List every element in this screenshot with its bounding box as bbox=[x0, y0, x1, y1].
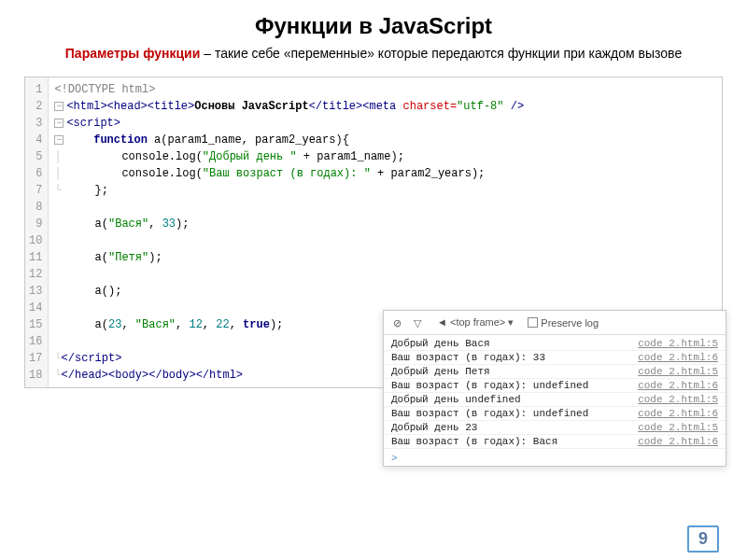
page-title: Функции в JavaScript bbox=[0, 0, 747, 43]
clear-icon[interactable]: ⊘ bbox=[391, 317, 402, 329]
console-source-link[interactable]: code 2.html:6 bbox=[638, 436, 718, 447]
line-number: 16 bbox=[29, 333, 42, 350]
line-number: 1 bbox=[29, 81, 42, 98]
code-line: <!DOCTYPE html> bbox=[54, 81, 716, 98]
console-source-link[interactable]: code 2.html:5 bbox=[638, 366, 718, 377]
console-message: Ваш возраст (в годах): undefined bbox=[391, 380, 588, 391]
console-message: Добрый день Вася bbox=[391, 338, 490, 349]
console-row: Ваш возраст (в годах): undefinedcode 2.h… bbox=[384, 407, 726, 421]
line-number: 6 bbox=[29, 165, 42, 182]
frame-selector[interactable]: ◄ <top frame> ▾ bbox=[432, 315, 518, 330]
console-row: Добрый день Петяcode 2.html:5 bbox=[384, 365, 726, 379]
line-number: 18 bbox=[29, 367, 42, 384]
console-message: Ваш возраст (в годах): undefined bbox=[391, 408, 588, 419]
preserve-log[interactable]: Preserve log bbox=[528, 317, 599, 329]
line-number: 15 bbox=[29, 316, 42, 333]
devtools-console: ⊘ ▽ ◄ <top frame> ▾ Preserve log Добрый … bbox=[383, 310, 726, 467]
preserve-label: Preserve log bbox=[541, 317, 599, 329]
code-line: function a(param1_name, param2_years){ bbox=[54, 132, 716, 148]
console-source-link[interactable]: code 2.html:5 bbox=[638, 422, 718, 433]
console-source-link[interactable]: code 2.html:5 bbox=[638, 338, 718, 349]
line-number: 12 bbox=[29, 266, 42, 283]
console-message: Добрый день 23 bbox=[391, 422, 477, 433]
subtitle: Параметры функции – такие себе «переменн… bbox=[0, 43, 747, 71]
console-prompt[interactable]: > bbox=[384, 451, 726, 466]
preserve-checkbox[interactable] bbox=[528, 317, 538, 328]
console-row: Добрый день undefinedcode 2.html:5 bbox=[384, 393, 726, 407]
line-number: 17 bbox=[29, 350, 42, 367]
line-number: 3 bbox=[29, 115, 42, 132]
line-number: 10 bbox=[29, 232, 42, 249]
line-number: 5 bbox=[29, 148, 42, 165]
console-source-link[interactable]: code 2.html:6 bbox=[638, 408, 718, 419]
console-message: Ваш возраст (в годах): Вася bbox=[391, 436, 557, 447]
code-line: └ }; bbox=[54, 182, 716, 199]
code-line: │ console.log("Ваш возраст (в годах): " … bbox=[54, 165, 716, 182]
console-body: Добрый день Васяcode 2.html:5Ваш возраст… bbox=[384, 335, 726, 451]
line-number: 11 bbox=[29, 249, 42, 266]
page-number: 9 bbox=[687, 525, 719, 553]
filter-icon[interactable]: ▽ bbox=[412, 317, 423, 329]
console-toolbar: ⊘ ▽ ◄ <top frame> ▾ Preserve log bbox=[384, 311, 726, 335]
code-line bbox=[54, 199, 716, 216]
console-message: Добрый день undefined bbox=[391, 394, 521, 405]
subtitle-term: Параметры функции bbox=[65, 46, 201, 61]
line-number: 7 bbox=[29, 182, 42, 199]
code-line bbox=[54, 232, 716, 249]
code-line: │ console.log("Добрый день " + param1_na… bbox=[54, 148, 716, 165]
line-gutter: 123456789101112131415161718 bbox=[25, 77, 49, 387]
line-number: 4 bbox=[29, 132, 42, 148]
line-number: 8 bbox=[29, 199, 42, 216]
console-row: Добрый день Васяcode 2.html:5 bbox=[384, 337, 726, 351]
frame-label: <top frame> bbox=[450, 316, 505, 328]
console-message: Ваш возраст (в годах): 33 bbox=[391, 352, 545, 363]
line-number: 2 bbox=[29, 98, 42, 115]
line-number: 9 bbox=[29, 216, 42, 232]
line-number: 14 bbox=[29, 300, 42, 316]
line-number: 13 bbox=[29, 283, 42, 300]
console-source-link[interactable]: code 2.html:6 bbox=[638, 352, 718, 363]
code-line: <script> bbox=[54, 115, 716, 132]
code-line: a("Вася", 33); bbox=[54, 216, 716, 232]
code-line: a("Петя"); bbox=[54, 249, 716, 266]
console-row: Ваш возраст (в годах): Васяcode 2.html:6 bbox=[384, 435, 726, 449]
console-message: Добрый день Петя bbox=[391, 366, 490, 377]
subtitle-rest: – такие себе «переменные» которые переда… bbox=[200, 46, 682, 61]
code-line: a(); bbox=[54, 283, 716, 300]
console-row: Добрый день 23code 2.html:5 bbox=[384, 421, 726, 435]
console-row: Ваш возраст (в годах): undefinedcode 2.h… bbox=[384, 379, 726, 393]
console-source-link[interactable]: code 2.html:6 bbox=[638, 380, 718, 391]
code-line bbox=[54, 266, 716, 283]
console-row: Ваш возраст (в годах): 33code 2.html:6 bbox=[384, 351, 726, 365]
code-line: <html><head><title>Основы JavaScript</ti… bbox=[54, 98, 716, 115]
console-source-link[interactable]: code 2.html:5 bbox=[638, 394, 718, 405]
